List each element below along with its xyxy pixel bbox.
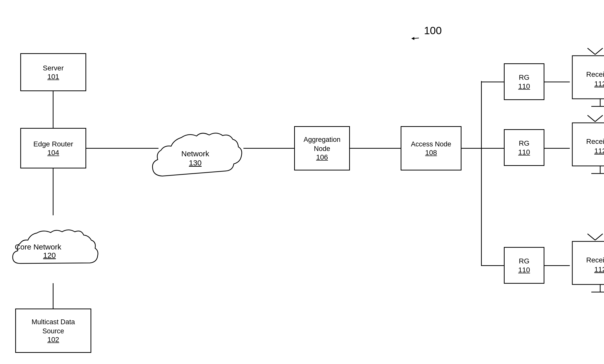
edge-router-number: 104 [47,149,59,157]
aggregation-node-number: 106 [316,153,328,161]
svg-text:112: 112 [594,80,604,88]
rg3-branch-line [481,265,504,266]
rg1-branch-line [481,82,504,82]
core-to-multicast-line [53,283,54,309]
svg-text:Network: Network [181,149,209,158]
rg1-to-receiver1-line [544,82,570,82]
server-label: Server [43,64,64,73]
svg-text:130: 130 [189,159,202,167]
rg1-label: RG [519,73,529,82]
access-to-branch-line [461,148,482,149]
rg1-node: RG 110 [504,63,544,100]
rg2-branch-line [481,148,504,149]
svg-line-7 [588,48,595,54]
svg-text:Receiver: Receiver [586,256,604,264]
rg3-to-receiver3-line [544,265,570,266]
access-node-label: Access Node [411,140,451,149]
svg-text:Core Network: Core Network [15,243,61,251]
server-node: Server 101 [20,53,86,91]
aggregation-node: Aggregation Node 106 [294,126,350,170]
network-to-aggregation-line [243,148,294,149]
aggregation-to-access-line [350,148,401,149]
svg-text:120: 120 [43,251,56,259]
svg-line-14 [588,115,595,122]
svg-line-15 [595,115,603,122]
access-node: Access Node 108 [401,126,461,170]
access-node-number: 108 [425,149,437,157]
multicast-source-label: Multicast Data Source [31,318,75,335]
receiver1-node: Receiver 112 [570,47,604,114]
svg-line-22 [595,234,603,240]
rg3-number: 110 [518,266,530,274]
network-cloud: Network 130 [147,118,243,194]
server-number: 101 [47,73,59,81]
edge-to-core-line [53,168,54,215]
svg-line-8 [595,48,603,54]
branch-vertical-line [481,81,482,266]
rg2-number: 110 [518,148,530,156]
svg-line-21 [588,234,595,240]
multicast-source-node: Multicast Data Source 102 [15,309,91,353]
edge-router-node: Edge Router 104 [20,128,86,168]
rg2-label: RG [519,139,529,148]
svg-marker-2 [411,37,414,40]
rg2-node: RG 110 [504,129,544,166]
network-diagram: 100 Server 101 Edge Router 104 Core Netw… [0,0,604,364]
server-to-edge-line [53,91,54,128]
svg-text:112: 112 [594,265,604,273]
multicast-source-number: 102 [47,336,59,344]
rg1-number: 110 [518,82,530,90]
rg3-node: RG 110 [504,247,544,284]
svg-text:100: 100 [424,25,442,36]
rg2-to-receiver2-line [544,148,570,149]
receiver2-node: Receiver 112 [570,114,604,181]
core-network-cloud: Core Network 120 [5,213,99,284]
svg-text:Receiver: Receiver [586,70,604,78]
receiver3-node: Receiver 112 [570,233,604,300]
rg3-label: RG [519,257,529,266]
edge-router-label: Edge Router [33,140,73,149]
diagram-ref-number: 100 [411,20,452,43]
svg-text:Receiver: Receiver [586,138,604,145]
svg-text:112: 112 [594,147,604,155]
aggregation-node-label: Aggregation Node [304,135,341,153]
